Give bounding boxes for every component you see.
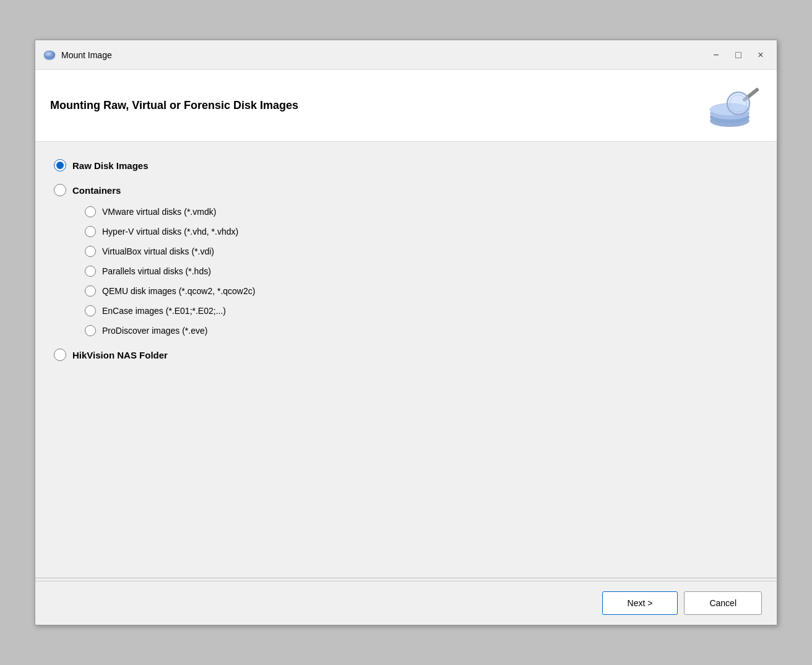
raw-disk-images-group: Raw Disk Images [54,159,758,172]
raw-disk-images-radio[interactable] [54,159,66,172]
parallels-option[interactable]: Parallels virtual disks (*.hds) [85,266,758,277]
containers-label: Containers [72,185,121,196]
qemu-label: QEMU disk images (*.qcow2, *.qcow2c) [102,286,255,296]
raw-disk-images-label: Raw Disk Images [72,160,149,171]
cancel-button[interactable]: Cancel [684,591,762,615]
virtualbox-option[interactable]: VirtualBox virtual disks (*.vdi) [85,246,758,257]
title-bar-left: Mount Image [43,48,112,62]
hikvision-option[interactable]: HikVision NAS Folder [54,349,758,361]
hyperv-option[interactable]: Hyper-V virtual disks (*.vhd, *.vhdx) [85,226,758,237]
encase-option[interactable]: EnCase images (*.E01;*.E02;...) [85,305,758,316]
hikvision-group: HikVision NAS Folder [54,349,758,361]
containers-radio[interactable] [54,184,66,196]
prodiscover-radio[interactable] [85,325,96,336]
vmware-label: VMware virtual disks (*.vmdk) [102,207,216,217]
close-button[interactable]: × [752,46,769,64]
header-icon [706,82,762,129]
hikvision-label: HikVision NAS Folder [72,350,168,360]
header-title: Mounting Raw, Virtual or Forensic Disk I… [50,99,298,112]
title-bar: Mount Image − □ × [35,40,777,70]
vmware-option[interactable]: VMware virtual disks (*.vmdk) [85,206,758,217]
minimize-button[interactable]: − [707,46,725,64]
prodiscover-option[interactable]: ProDiscover images (*.eve) [85,325,758,336]
sub-options-list: VMware virtual disks (*.vmdk) Hyper-V vi… [85,206,758,336]
containers-group: Containers VMware virtual disks (*.vmdk)… [54,184,758,336]
window-title: Mount Image [61,50,112,60]
hyperv-label: Hyper-V virtual disks (*.vhd, *.vhdx) [102,227,238,237]
vmware-radio[interactable] [85,206,96,217]
virtualbox-label: VirtualBox virtual disks (*.vdi) [102,246,214,256]
mount-image-window: Mount Image − □ × Mounting Raw, Virtual … [35,40,777,625]
next-button[interactable]: Next > [602,591,678,615]
encase-radio[interactable] [85,305,96,316]
svg-point-9 [730,95,747,112]
virtualbox-radio[interactable] [85,246,96,257]
content-area: Raw Disk Images Containers VMware virtua… [35,142,777,575]
containers-option[interactable]: Containers [54,184,758,196]
window-icon [43,48,56,62]
footer-separator [35,578,777,578]
qemu-option[interactable]: QEMU disk images (*.qcow2, *.qcow2c) [85,285,758,297]
hyperv-radio[interactable] [85,226,96,237]
header-section: Mounting Raw, Virtual or Forensic Disk I… [35,70,777,142]
maximize-button[interactable]: □ [730,46,747,64]
hikvision-radio[interactable] [54,349,66,361]
title-controls: − □ × [707,46,769,64]
svg-point-2 [44,51,55,58]
footer: Next > Cancel [35,581,777,625]
parallels-radio[interactable] [85,266,96,277]
encase-label: EnCase images (*.E01;*.E02;...) [102,306,226,316]
qemu-radio[interactable] [85,285,96,297]
parallels-label: Parallels virtual disks (*.hds) [102,266,211,276]
prodiscover-label: ProDiscover images (*.eve) [102,326,207,336]
raw-disk-images-option[interactable]: Raw Disk Images [54,159,758,172]
